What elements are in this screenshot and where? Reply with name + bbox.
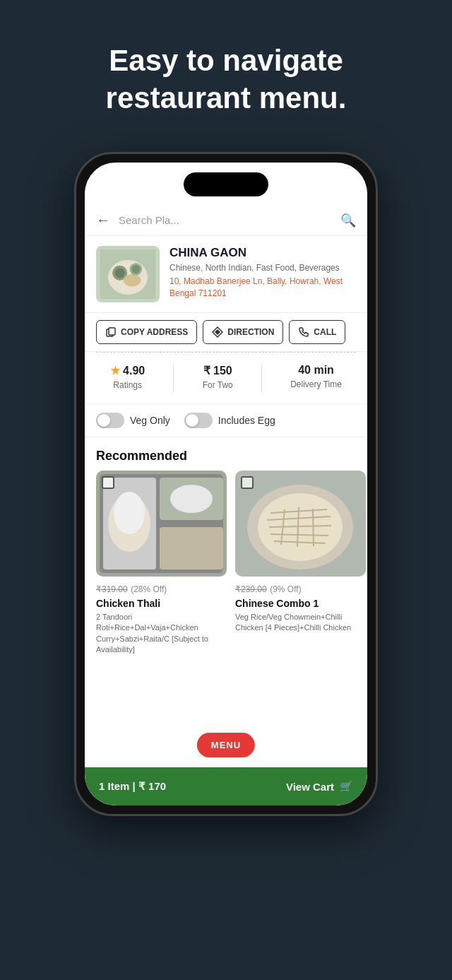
svg-rect-16 (160, 527, 223, 569)
delivery-value: 40 min (298, 364, 334, 377)
restaurant-info: CHINA GAON Chinese, North Indian, Fast F… (170, 246, 356, 302)
menu-fab-button[interactable]: MENU (197, 733, 255, 757)
delivery-label: Delivery Time (290, 379, 342, 389)
menu-item-1-price-row: ₹319.00 (28% Off) (96, 582, 227, 595)
price-value: ₹ 150 (203, 364, 232, 377)
veg-only-toggle[interactable] (96, 413, 124, 428)
price-label: For Two (203, 380, 233, 390)
phone-screen: ← Search Pla... 🔍 (85, 163, 367, 805)
svg-rect-8 (109, 328, 115, 335)
rating-value: ★ 4.90 (110, 364, 145, 377)
phone-wrapper: ← Search Pla... 🔍 (0, 152, 452, 816)
restaurant-cuisine: Chinese, North Indian, Fast Food, Bevera… (170, 263, 356, 273)
direction-icon (212, 326, 223, 338)
stat-divider-1 (173, 364, 174, 392)
menu-item-2-desc: Veg Rice/Veg Chowmein+Chilli Chicken [4 … (235, 612, 366, 634)
restaurant-address: 10, Madhab Banerjee Ln, Bally, Howrah, W… (170, 276, 356, 300)
menu-card-1: ₹319.00 (28% Off) Chicken Thali 2 Tandoo… (96, 471, 227, 656)
veg-indicator-1 (102, 476, 114, 489)
menu-item-2-original-price: ₹239.00 (235, 584, 267, 594)
search-bar: ← Search Pla... 🔍 (85, 205, 367, 236)
copy-address-label: COPY ADDRESS (121, 327, 188, 337)
menu-item-1-original-price: ₹319.00 (96, 584, 128, 594)
menu-item-2-name: Chinese Combo 1 (235, 598, 366, 609)
cart-icon: 🛒 (340, 780, 353, 793)
menu-items-grid: ₹319.00 (28% Off) Chicken Thali 2 Tandoo… (85, 471, 367, 667)
veg-indicator-2 (241, 476, 254, 489)
view-cart-button[interactable]: View Cart 🛒 (286, 780, 353, 793)
svg-point-18 (170, 485, 213, 513)
call-label: CALL (314, 327, 336, 337)
rating-stat: ★ 4.90 Ratings (110, 364, 145, 392)
restaurant-header: CHINA GAON Chinese, North Indian, Fast F… (85, 236, 367, 312)
filter-toggle-row: Veg Only Includes Egg (85, 403, 367, 437)
menu-item-1-desc: 2 Tandoori Roti+Rice+Dal+Vaja+Chicken Cu… (96, 612, 227, 656)
star-icon: ★ (110, 364, 120, 377)
menu-item-2-price-row: ₹239.00 (9% Off) (235, 582, 366, 595)
includes-egg-knob (186, 414, 198, 427)
search-icon[interactable]: 🔍 (340, 213, 356, 228)
phone-frame: ← Search Pla... 🔍 (74, 152, 378, 816)
svg-line-29 (313, 509, 314, 546)
restaurant-content: CHINA GAON Chinese, North Indian, Fast F… (85, 236, 367, 767)
veg-only-toggle-item[interactable]: Veg Only (96, 413, 170, 428)
restaurant-image (96, 246, 160, 302)
phone-icon (298, 326, 309, 338)
veg-only-label: Veg Only (130, 415, 170, 426)
menu-item-1-name: Chicken Thali (96, 598, 227, 609)
price-stat: ₹ 150 For Two (203, 364, 233, 392)
svg-point-17 (114, 492, 145, 534)
recommended-section-header: Recommended (85, 437, 367, 471)
headline-line2: restaurant menu. (106, 81, 347, 114)
stats-row: ★ 4.90 Ratings ₹ 150 For Two 40 min Deli… (85, 353, 367, 403)
includes-egg-label: Includes Egg (218, 415, 275, 426)
rating-label: Ratings (113, 380, 142, 390)
view-cart-label: View Cart (286, 781, 334, 793)
svg-point-4 (124, 274, 141, 287)
direction-button[interactable]: DIRECTION (203, 320, 283, 344)
menu-card-2: ₹239.00 (9% Off) Chinese Combo 1 Veg Ric… (235, 471, 366, 656)
menu-item-1-discount: (28% Off) (131, 584, 167, 594)
includes-egg-toggle[interactable] (184, 413, 213, 428)
dynamic-island (184, 172, 268, 196)
menu-card-image-2 (235, 471, 366, 577)
menu-item-2-discount: (9% Off) (270, 584, 301, 594)
svg-point-6 (131, 265, 140, 273)
includes-egg-toggle-item[interactable]: Includes Egg (184, 413, 275, 428)
svg-point-3 (115, 268, 125, 278)
svg-marker-10 (215, 329, 220, 335)
copy-icon (105, 326, 117, 338)
veg-only-knob (97, 414, 110, 427)
stat-divider-2 (261, 364, 262, 392)
menu-card-image-1 (96, 471, 227, 577)
back-arrow-icon[interactable]: ← (96, 212, 110, 228)
action-buttons-row: COPY ADDRESS DIRECTION CALL (85, 312, 367, 352)
copy-address-button[interactable]: COPY ADDRESS (96, 320, 197, 344)
cart-item-count: 1 Item | ₹ 170 (99, 780, 166, 793)
call-button[interactable]: CALL (289, 320, 345, 344)
restaurant-name: CHINA GAON (170, 246, 356, 260)
search-placeholder[interactable]: Search Pla... (119, 214, 340, 226)
delivery-stat: 40 min Delivery Time (290, 364, 342, 392)
headline: Easy to navigate restaurant menu. (0, 0, 452, 145)
cart-bar[interactable]: 1 Item | ₹ 170 View Cart 🛒 (85, 767, 367, 805)
direction-label: DIRECTION (227, 327, 274, 337)
headline-line1: Easy to navigate (109, 44, 343, 77)
